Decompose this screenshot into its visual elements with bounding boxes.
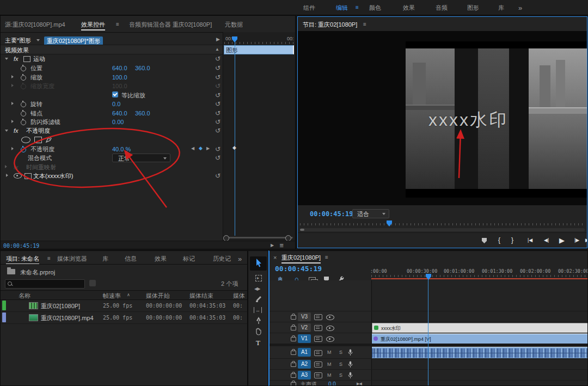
- track-targeting-icon[interactable]: [314, 362, 322, 367]
- tab-effects[interactable]: 效果: [155, 256, 167, 262]
- workspace-tab-graphics[interactable]: 图形: [467, 5, 479, 11]
- program-video-frame[interactable]: xxxx水印: [406, 41, 587, 198]
- tab-info[interactable]: 信息: [125, 256, 137, 262]
- ec-play-only-icon[interactable]: ▶: [271, 243, 274, 248]
- tab-metadata[interactable]: 元数据: [225, 22, 243, 28]
- chevron-down-icon[interactable]: [36, 39, 40, 41]
- tab-effect-controls[interactable]: 效果控件: [81, 22, 105, 30]
- step-back-icon[interactable]: ◀|: [544, 238, 549, 243]
- eye-icon[interactable]: [326, 315, 334, 320]
- workspace-tab-audio[interactable]: 音频: [436, 5, 448, 11]
- voiceover-mic-icon[interactable]: [347, 372, 353, 379]
- blend-mode-dropdown[interactable]: 正常: [112, 154, 170, 162]
- video-effects-header[interactable]: 视频效果 ▲: [1, 45, 223, 54]
- uniform-scale-checkbox[interactable]: [112, 91, 118, 97]
- program-ruler[interactable]: [300, 223, 585, 225]
- ec-timecode[interactable]: 00:00:45:19: [3, 243, 39, 249]
- eye-icon[interactable]: [326, 326, 334, 331]
- chevron-right-icon[interactable]: [6, 174, 8, 177]
- track-targeting-icon[interactable]: [314, 336, 322, 342]
- reset-icon[interactable]: ↺: [215, 127, 220, 134]
- stopwatch-icon[interactable]: [21, 102, 26, 107]
- workspace-tab-color[interactable]: 颜色: [369, 5, 381, 11]
- track-targeting-icon[interactable]: [314, 314, 322, 320]
- play-button-icon[interactable]: ▶: [559, 237, 565, 244]
- reset-icon[interactable]: ↺: [215, 146, 220, 152]
- collapse-section-icon[interactable]: ▲: [215, 47, 219, 52]
- lock-icon[interactable]: [291, 326, 296, 330]
- chevron-down-icon[interactable]: [5, 58, 8, 60]
- clip-video[interactable]: 重庆02[1080P].mp4 [V]: [372, 334, 588, 345]
- chevron-right-icon[interactable]: [11, 75, 14, 78]
- track-v2-badge[interactable]: V2: [298, 323, 311, 332]
- workspace-tab-libraries[interactable]: 库: [498, 5, 504, 11]
- hand-tool[interactable]: [255, 328, 262, 335]
- ec-options-icon[interactable]: ≣: [279, 243, 284, 248]
- type-tool[interactable]: T: [256, 339, 260, 346]
- project-row-clip[interactable]: 重庆02[1080P].mp4 25.00 fps 00:00:00:00 00…: [1, 311, 248, 324]
- lock-icon[interactable]: [291, 351, 296, 355]
- label-color-chip[interactable]: [2, 313, 6, 322]
- rotation-value[interactable]: 0.0: [112, 101, 120, 107]
- workspace-tab-editing-menu-icon[interactable]: ≡: [356, 5, 359, 10]
- ec-playhead-line[interactable]: [235, 40, 235, 236]
- workspace-tab-editing[interactable]: 编辑: [336, 5, 348, 11]
- program-timecode[interactable]: 00:00:45:19: [310, 211, 353, 217]
- timeline-menu-icon[interactable]: ≡: [325, 255, 328, 260]
- tab-effect-controls-menu-icon[interactable]: ≡: [116, 22, 119, 27]
- tab-project-menu-icon[interactable]: ≡: [47, 256, 51, 261]
- mute-button[interactable]: M: [327, 373, 332, 378]
- track-targeting-icon[interactable]: [314, 372, 322, 378]
- solo-button[interactable]: S: [339, 373, 342, 378]
- chevron-right-icon[interactable]: [11, 120, 14, 123]
- search-input[interactable]: [5, 279, 85, 289]
- project-file-name[interactable]: 未命名.prproj: [20, 269, 55, 275]
- program-monitor-menu-icon[interactable]: ≡: [363, 22, 366, 27]
- ellipse-mask-icon[interactable]: [21, 137, 30, 143]
- reset-icon[interactable]: ↺: [215, 74, 220, 81]
- add-keyframe-icon[interactable]: ◆: [199, 146, 203, 151]
- anchor-y-value[interactable]: 360.0: [135, 111, 150, 117]
- go-to-out-icon[interactable]: ▶|: [585, 238, 587, 243]
- position-x-value[interactable]: 640.0: [112, 65, 127, 71]
- reset-icon[interactable]: ↺: [215, 173, 220, 179]
- tab-history[interactable]: 历史记: [213, 256, 231, 262]
- clip-watermark[interactable]: xxxx水印: [372, 323, 588, 334]
- position-y-value[interactable]: 360.0: [135, 65, 150, 71]
- antiflicker-value[interactable]: 0.00: [112, 119, 124, 125]
- chevron-down-icon[interactable]: [5, 130, 8, 132]
- voiceover-mic-icon[interactable]: [347, 361, 353, 368]
- eye-icon[interactable]: [326, 336, 334, 342]
- reset-icon[interactable]: ↺: [215, 65, 220, 71]
- next-keyframe-icon[interactable]: ▶: [206, 146, 210, 151]
- ec-strip-scrollbar[interactable]: [224, 237, 293, 238]
- tab-project[interactable]: 项目: 未命名: [6, 256, 39, 265]
- opacity-value[interactable]: 40.0 %: [112, 146, 131, 152]
- reset-icon[interactable]: ↺: [215, 56, 220, 62]
- effect-row-text-layer[interactable]: 文本(xxxx水印) ↺: [1, 171, 223, 180]
- solo-button[interactable]: S: [339, 362, 342, 367]
- panel-scroll-arrow-icon[interactable]: ▶: [216, 37, 220, 42]
- track-v1-badge[interactable]: V1: [298, 334, 311, 343]
- zoom-level-dropdown[interactable]: 适合: [352, 209, 389, 218]
- chevron-right-icon[interactable]: [11, 102, 14, 105]
- go-to-in-icon[interactable]: |◀: [528, 238, 532, 243]
- lock-icon[interactable]: [291, 337, 296, 341]
- reset-icon[interactable]: ↺: [215, 119, 220, 125]
- project-row-sequence[interactable]: 重庆02[1080P] 25.00 fps 00:00:00:00 00:04:…: [1, 299, 248, 312]
- tab-media-browser[interactable]: 媒体浏览器: [57, 256, 87, 262]
- lock-icon[interactable]: [291, 373, 296, 378]
- timeline-tab[interactable]: 重庆02[1080P]: [281, 255, 321, 264]
- tab-source-monitor[interactable]: 源:重庆02[1080P].mp4: [5, 22, 65, 28]
- clip-audio[interactable]: [372, 347, 588, 359]
- ripple-edit-tool[interactable]: ◀▶: [254, 287, 260, 291]
- track-v3-badge[interactable]: V3: [298, 313, 311, 321]
- effect-row-opacity-group[interactable]: fx 不透明度 ↺: [1, 126, 223, 136]
- track-a2-badge[interactable]: A2: [298, 360, 311, 369]
- stopwatch-icon[interactable]: [21, 120, 26, 125]
- tab-audio-mixer[interactable]: 音频剪辑混合器 重庆02[1080P]: [129, 22, 212, 28]
- selection-tool[interactable]: [255, 259, 262, 267]
- effect-row-time-remap[interactable]: fx 时间重映射: [1, 162, 223, 171]
- lock-icon[interactable]: [291, 382, 296, 386]
- stopwatch-icon-active[interactable]: [21, 147, 26, 152]
